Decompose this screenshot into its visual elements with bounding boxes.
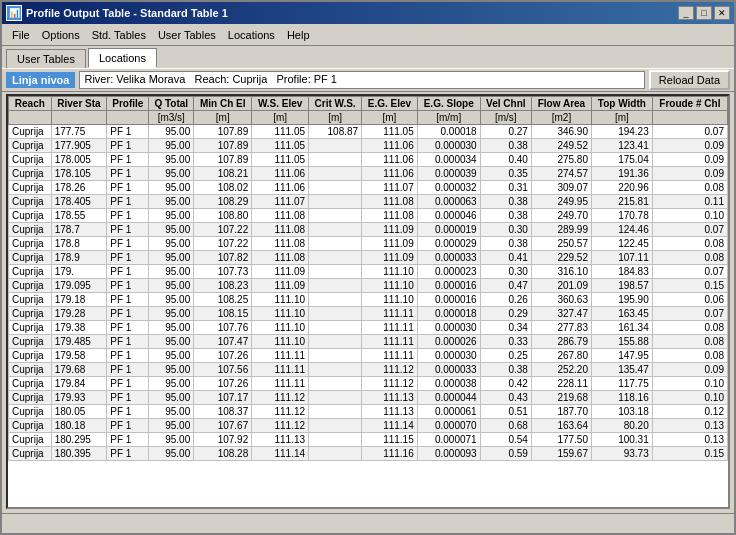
table-cell bbox=[309, 447, 362, 461]
table-cell: Cuprija bbox=[9, 293, 52, 307]
table-cell: 111.09 bbox=[252, 279, 309, 293]
menu-file[interactable]: File bbox=[6, 27, 36, 43]
table-cell: 178.26 bbox=[51, 181, 107, 195]
unit-q-total: [m3/s] bbox=[149, 111, 194, 125]
table-cell: 111.14 bbox=[252, 447, 309, 461]
table-cell: Cuprija bbox=[9, 265, 52, 279]
table-cell: 180.05 bbox=[51, 405, 107, 419]
table-cell: Cuprija bbox=[9, 125, 52, 139]
table-cell: 147.95 bbox=[591, 349, 652, 363]
table-cell bbox=[309, 419, 362, 433]
table-cell: 250.57 bbox=[531, 237, 591, 251]
minimize-button[interactable]: _ bbox=[678, 6, 694, 20]
table-row: Cuprija179.PF 195.00107.73111.09111.100.… bbox=[9, 265, 728, 279]
table-cell: 0.07 bbox=[652, 265, 727, 279]
table-cell: 0.07 bbox=[652, 307, 727, 321]
table-cell: 111.11 bbox=[362, 307, 418, 321]
table-cell: 0.000032 bbox=[417, 181, 480, 195]
table-cell: 163.64 bbox=[531, 419, 591, 433]
table-cell: 346.90 bbox=[531, 125, 591, 139]
table-cell: Cuprija bbox=[9, 377, 52, 391]
table-cell: 249.52 bbox=[531, 139, 591, 153]
table-cell: PF 1 bbox=[107, 181, 149, 195]
table-cell: PF 1 bbox=[107, 433, 149, 447]
table-cell: PF 1 bbox=[107, 125, 149, 139]
unit-crit-ws: [m] bbox=[309, 111, 362, 125]
table-cell: 108.87 bbox=[309, 125, 362, 139]
col-froude: Froude # Chl bbox=[652, 97, 727, 111]
unit-ws-elev: [m] bbox=[252, 111, 309, 125]
table-cell: 0.35 bbox=[480, 167, 531, 181]
river-field: River: Velika Morava Reach: Cuprija Prof… bbox=[79, 71, 644, 89]
table-cell: 0.13 bbox=[652, 419, 727, 433]
table-cell: 111.05 bbox=[362, 125, 418, 139]
table-cell: 111.08 bbox=[252, 223, 309, 237]
table-cell: 107.56 bbox=[194, 363, 252, 377]
menu-std-tables[interactable]: Std. Tables bbox=[86, 27, 152, 43]
table-cell: 95.00 bbox=[149, 293, 194, 307]
table-cell bbox=[309, 167, 362, 181]
table-cell: 111.11 bbox=[362, 335, 418, 349]
table-cell bbox=[309, 223, 362, 237]
menu-locations[interactable]: Locations bbox=[222, 27, 281, 43]
table-cell: Cuprija bbox=[9, 335, 52, 349]
col-top-width: Top Width bbox=[591, 97, 652, 111]
table-cell: 95.00 bbox=[149, 223, 194, 237]
table-cell: 111.12 bbox=[252, 405, 309, 419]
table-cell: Cuprija bbox=[9, 279, 52, 293]
table-row: Cuprija179.485PF 195.00107.47111.10111.1… bbox=[9, 335, 728, 349]
table-cell bbox=[309, 433, 362, 447]
table-cell bbox=[309, 293, 362, 307]
table-cell: 107.82 bbox=[194, 251, 252, 265]
table-cell: 0.000070 bbox=[417, 419, 480, 433]
table-cell: 0.29 bbox=[480, 307, 531, 321]
table-row: Cuprija179.18PF 195.00108.25111.10111.10… bbox=[9, 293, 728, 307]
table-cell: 111.09 bbox=[362, 223, 418, 237]
status-bar bbox=[2, 513, 734, 533]
table-row: Cuprija180.18PF 195.00107.67111.12111.14… bbox=[9, 419, 728, 433]
table-cell: 111.11 bbox=[252, 349, 309, 363]
tab-locations[interactable]: Locations bbox=[88, 48, 157, 68]
table-cell: 0.000044 bbox=[417, 391, 480, 405]
table-cell: 107.22 bbox=[194, 237, 252, 251]
table-container[interactable]: Reach River Sta Profile Q Total Min Ch E… bbox=[6, 94, 730, 509]
unit-row: [m3/s] [m] [m] [m] [m] [m/m] [m/s] [m2] … bbox=[9, 111, 728, 125]
info-bar: Linja nivoa River: Velika Morava Reach: … bbox=[2, 68, 734, 92]
maximize-button[interactable]: □ bbox=[696, 6, 712, 20]
menu-user-tables[interactable]: User Tables bbox=[152, 27, 222, 43]
reload-button[interactable]: Reload Data bbox=[649, 70, 730, 90]
col-ws-elev: W.S. Elev bbox=[252, 97, 309, 111]
table-cell: 95.00 bbox=[149, 279, 194, 293]
table-cell: 108.28 bbox=[194, 447, 252, 461]
table-cell: 0.25 bbox=[480, 349, 531, 363]
table-cell bbox=[309, 279, 362, 293]
table-cell: Cuprija bbox=[9, 251, 52, 265]
table-cell: Cuprija bbox=[9, 321, 52, 335]
table-cell: 0.08 bbox=[652, 349, 727, 363]
table-cell: PF 1 bbox=[107, 209, 149, 223]
tab-user-tables[interactable]: User Tables bbox=[6, 49, 86, 68]
table-cell: 220.96 bbox=[591, 181, 652, 195]
col-eg-elev: E.G. Elev bbox=[362, 97, 418, 111]
table-cell: 111.10 bbox=[252, 307, 309, 321]
table-cell: 111.06 bbox=[362, 139, 418, 153]
close-button[interactable]: ✕ bbox=[714, 6, 730, 20]
table-cell: 0.10 bbox=[652, 209, 727, 223]
table-row: Cuprija178.105PF 195.00108.21111.06111.0… bbox=[9, 167, 728, 181]
table-cell: 0.000026 bbox=[417, 335, 480, 349]
table-cell: 0.09 bbox=[652, 153, 727, 167]
menu-options[interactable]: Options bbox=[36, 27, 86, 43]
data-table: Reach River Sta Profile Q Total Min Ch E… bbox=[8, 96, 728, 461]
table-cell: Cuprija bbox=[9, 181, 52, 195]
table-cell: 111.06 bbox=[252, 181, 309, 195]
table-cell: 178.005 bbox=[51, 153, 107, 167]
table-cell: PF 1 bbox=[107, 447, 149, 461]
table-cell: Cuprija bbox=[9, 419, 52, 433]
table-cell: 195.90 bbox=[591, 293, 652, 307]
table-cell: 0.000071 bbox=[417, 433, 480, 447]
table-cell: 0.59 bbox=[480, 447, 531, 461]
window-title: Profile Output Table - Standard Table 1 bbox=[26, 7, 228, 19]
table-row: Cuprija178.005PF 195.00107.89111.05111.0… bbox=[9, 153, 728, 167]
table-cell: 107.89 bbox=[194, 125, 252, 139]
menu-help[interactable]: Help bbox=[281, 27, 316, 43]
